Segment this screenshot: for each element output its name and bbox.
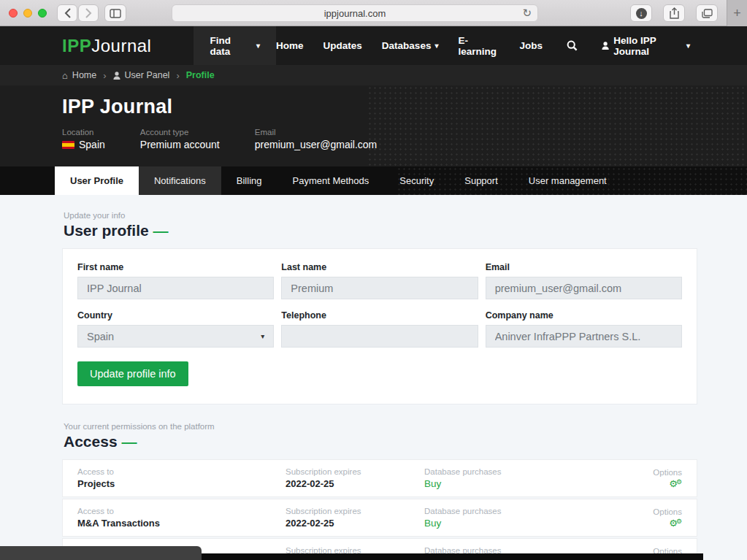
field-last-name: Last name xyxy=(281,262,478,299)
buy-link[interactable]: Buy xyxy=(424,478,618,489)
last-name-input[interactable] xyxy=(281,277,478,299)
access-section-title: Access — xyxy=(64,433,697,450)
breadcrumb-home[interactable]: ⌂ Home xyxy=(62,70,96,81)
address-bar[interactable]: ippjournal.com ↻ xyxy=(172,4,538,22)
share-button[interactable] xyxy=(663,4,685,22)
first-name-input[interactable] xyxy=(77,277,274,299)
access-row-ma-transactions: Access to M&A Transactions Subscription … xyxy=(62,499,697,537)
hero-email: Email premium_user@gmail.com xyxy=(255,128,377,150)
downloads-button[interactable]: ↓ xyxy=(630,4,652,22)
field-telephone: Telephone xyxy=(281,310,478,348)
profile-section-title: User profile — xyxy=(64,222,697,239)
access-name: Projects xyxy=(77,478,286,489)
share-icon xyxy=(670,7,679,19)
expiry-date: 2022-02-25 xyxy=(286,518,424,529)
telephone-input[interactable] xyxy=(281,325,478,348)
access-section-kicker: Your current permissions on the platform xyxy=(64,422,697,431)
tab-overview-button[interactable] xyxy=(696,4,718,22)
tab-billing[interactable]: Billing xyxy=(221,166,277,195)
options-cogs-icon[interactable]: ⚙⚙ xyxy=(618,518,682,528)
back-button[interactable] xyxy=(57,4,77,22)
profile-section-kicker: Update your info xyxy=(64,211,697,220)
chevron-down-icon: ▾ xyxy=(686,42,690,50)
new-tab-button[interactable]: + xyxy=(727,0,747,26)
nav-links: Home Updates Databases▾ E-learning Jobs … xyxy=(276,35,690,57)
access-name: M&A Transactions xyxy=(77,518,286,529)
profile-hero: IPP Journal Location Spain Account type … xyxy=(0,85,747,166)
access-section: Your current permissions on the platform… xyxy=(62,422,697,560)
url-text: ippjournal.com xyxy=(324,8,386,19)
tab-payment-methods[interactable]: Payment Methods xyxy=(277,166,384,195)
browser-chrome: ippjournal.com ↻ ↓ + xyxy=(0,0,747,26)
tab-user-profile[interactable]: User Profile xyxy=(55,166,139,195)
buy-link[interactable]: Buy xyxy=(424,518,618,529)
breadcrumb-current: Profile xyxy=(186,70,215,80)
window-controls xyxy=(9,9,47,18)
expiry-date: 2022-02-25 xyxy=(286,478,424,489)
profile-form-panel: First name Last name Email Country xyxy=(62,248,697,404)
close-window-button[interactable] xyxy=(9,9,18,18)
zoom-window-button[interactable] xyxy=(38,9,47,18)
reload-icon[interactable]: ↻ xyxy=(522,7,532,20)
field-email: Email xyxy=(486,262,682,299)
screen: ippjournal.com ↻ ↓ + IPPJournal Find dat… xyxy=(0,0,747,560)
spain-flag-icon xyxy=(62,141,74,149)
nav-item-elearning[interactable]: E-learning xyxy=(458,35,499,57)
profile-tabs: User Profile Notifications Billing Payme… xyxy=(0,166,747,195)
chevron-down-icon: ▾ xyxy=(434,42,438,50)
user-icon xyxy=(113,72,120,80)
breadcrumb-user-panel[interactable]: User Panel xyxy=(113,70,170,80)
update-profile-button[interactable]: Update profile info xyxy=(77,361,188,386)
status-bar-popup xyxy=(0,546,202,560)
hero-account-type: Account type Premium account xyxy=(140,128,220,150)
user-icon xyxy=(602,41,609,50)
email-input[interactable] xyxy=(486,277,682,299)
minimize-window-button[interactable] xyxy=(23,9,32,18)
site-navbar: IPPJournal Find data ▾ Home Updates Data… xyxy=(0,26,747,65)
title-dash: — xyxy=(121,433,137,450)
plus-icon: + xyxy=(733,6,741,21)
chevron-down-icon: ▾ xyxy=(256,42,260,50)
title-dash: — xyxy=(153,222,169,239)
search-button[interactable] xyxy=(567,40,578,51)
breadcrumb: ⌂ Home › User Panel › Profile xyxy=(0,65,747,85)
breadcrumb-separator: › xyxy=(103,70,106,81)
forward-button[interactable] xyxy=(78,4,99,22)
country-select[interactable]: Spain ▾ xyxy=(77,325,274,348)
user-account-menu[interactable]: Hello IPP Journal ▾ xyxy=(602,35,690,57)
page-title: IPP Journal xyxy=(62,96,747,118)
field-first-name: First name xyxy=(77,262,274,299)
hero-fields: Location Spain Account type Premium acco… xyxy=(62,128,747,150)
site-logo[interactable]: IPPJournal xyxy=(62,36,151,56)
tab-security[interactable]: Security xyxy=(384,166,449,195)
tab-user-management[interactable]: User management xyxy=(513,166,622,195)
nav-item-databases[interactable]: Databases▾ xyxy=(382,40,439,51)
logo-journal: Journal xyxy=(91,36,151,55)
field-company-name: Company name xyxy=(486,310,682,348)
breadcrumb-separator: › xyxy=(176,70,179,81)
tab-notifications[interactable]: Notifications xyxy=(139,166,221,195)
chevron-down-icon: ▾ xyxy=(261,332,264,340)
options-cogs-icon[interactable]: ⚙⚙ xyxy=(618,479,682,488)
main-content: Update your info User profile — First na… xyxy=(0,195,747,560)
tab-support[interactable]: Support xyxy=(449,166,513,195)
nav-item-jobs[interactable]: Jobs xyxy=(520,40,543,51)
tabs-icon xyxy=(702,9,713,18)
sidebar-toggle-button[interactable] xyxy=(104,4,126,22)
company-name-input[interactable] xyxy=(486,325,682,348)
home-icon: ⌂ xyxy=(62,70,68,81)
hero-location: Location Spain xyxy=(62,128,105,150)
logo-ipp: IPP xyxy=(62,36,91,55)
field-country: Country Spain ▾ xyxy=(77,310,274,348)
find-data-menu[interactable]: Find data ▾ xyxy=(194,26,276,65)
search-icon xyxy=(567,40,578,51)
download-icon: ↓ xyxy=(636,8,647,19)
nav-item-updates[interactable]: Updates xyxy=(323,40,362,51)
access-row-projects: Access to Projects Subscription expires … xyxy=(62,459,697,497)
nav-item-home[interactable]: Home xyxy=(276,40,304,51)
